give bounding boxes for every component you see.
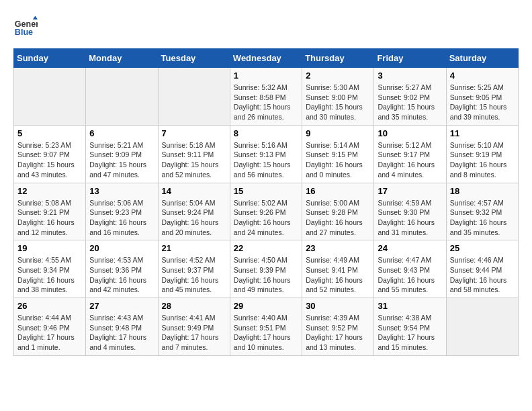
day-info: Sunrise: 4:47 AMSunset: 9:43 PMDaylight:… (378, 255, 442, 295)
calendar-cell: 31 Sunrise: 4:38 AMSunset: 9:54 PMDaylig… (374, 298, 446, 356)
calendar-body: 1 Sunrise: 5:32 AMSunset: 8:58 PMDayligh… (14, 68, 519, 356)
header-cell-wednesday: Wednesday (230, 49, 302, 68)
day-info: Sunrise: 4:59 AMSunset: 9:30 PMDaylight:… (378, 198, 442, 238)
day-info: Sunrise: 5:21 AMSunset: 9:09 PMDaylight:… (89, 140, 154, 180)
day-number: 17 (378, 186, 442, 196)
day-info: Sunrise: 5:25 AMSunset: 9:05 PMDaylight:… (450, 83, 515, 122)
calendar-cell: 27 Sunrise: 4:43 AMSunset: 9:48 PMDaylig… (86, 298, 158, 356)
day-info: Sunrise: 5:14 AMSunset: 9:15 PMDaylight:… (306, 140, 370, 180)
calendar-cell: 5 Sunrise: 5:23 AMSunset: 9:07 PMDayligh… (14, 125, 86, 183)
calendar-cell: 28 Sunrise: 4:41 AMSunset: 9:49 PMDaylig… (158, 298, 230, 356)
calendar-cell (446, 298, 518, 356)
calendar-week-1: 5 Sunrise: 5:23 AMSunset: 9:07 PMDayligh… (14, 125, 519, 183)
day-info: Sunrise: 5:32 AMSunset: 8:58 PMDaylight:… (234, 83, 298, 122)
calendar-cell: 4 Sunrise: 5:25 AMSunset: 9:05 PMDayligh… (446, 68, 518, 126)
day-info: Sunrise: 4:49 AMSunset: 9:41 PMDaylight:… (306, 255, 370, 295)
day-number: 30 (306, 301, 370, 311)
calendar-cell: 19 Sunrise: 4:55 AMSunset: 9:34 PMDaylig… (14, 240, 86, 298)
calendar-cell: 29 Sunrise: 4:40 AMSunset: 9:51 PMDaylig… (230, 298, 302, 356)
day-number: 14 (162, 186, 226, 196)
logo: General Blue (13, 13, 40, 38)
calendar-cell: 8 Sunrise: 5:16 AMSunset: 9:13 PMDayligh… (230, 125, 302, 183)
day-number: 25 (450, 243, 515, 253)
calendar-cell: 1 Sunrise: 5:32 AMSunset: 8:58 PMDayligh… (230, 68, 302, 126)
header-row: SundayMondayTuesdayWednesdayThursdayFrid… (14, 49, 519, 68)
day-info: Sunrise: 4:41 AMSunset: 9:49 PMDaylight:… (162, 313, 226, 353)
day-info: Sunrise: 4:50 AMSunset: 9:39 PMDaylight:… (234, 255, 298, 295)
calendar-cell: 21 Sunrise: 4:52 AMSunset: 9:37 PMDaylig… (158, 240, 230, 298)
day-number: 29 (234, 301, 298, 311)
day-info: Sunrise: 4:55 AMSunset: 9:34 PMDaylight:… (17, 255, 82, 295)
day-number: 23 (306, 243, 370, 253)
day-info: Sunrise: 4:53 AMSunset: 9:36 PMDaylight:… (89, 255, 154, 295)
day-info: Sunrise: 5:02 AMSunset: 9:26 PMDaylight:… (234, 198, 298, 238)
day-number: 22 (234, 243, 298, 253)
calendar-cell (86, 68, 158, 126)
calendar-header: SundayMondayTuesdayWednesdayThursdayFrid… (14, 49, 519, 68)
calendar-cell: 7 Sunrise: 5:18 AMSunset: 9:11 PMDayligh… (158, 125, 230, 183)
header-cell-tuesday: Tuesday (158, 49, 230, 68)
calendar-week-2: 12 Sunrise: 5:08 AMSunset: 9:21 PMDaylig… (14, 183, 519, 240)
day-info: Sunrise: 4:43 AMSunset: 9:48 PMDaylight:… (89, 313, 154, 353)
calendar-cell: 10 Sunrise: 5:12 AMSunset: 9:17 PMDaylig… (374, 125, 446, 183)
day-number: 31 (378, 301, 442, 311)
day-number: 9 (306, 128, 370, 138)
calendar-cell: 23 Sunrise: 4:49 AMSunset: 9:41 PMDaylig… (302, 240, 374, 298)
day-info: Sunrise: 5:08 AMSunset: 9:21 PMDaylight:… (17, 198, 82, 238)
day-info: Sunrise: 5:16 AMSunset: 9:13 PMDaylight:… (234, 140, 298, 180)
calendar-cell: 6 Sunrise: 5:21 AMSunset: 9:09 PMDayligh… (86, 125, 158, 183)
calendar-cell: 20 Sunrise: 4:53 AMSunset: 9:36 PMDaylig… (86, 240, 158, 298)
header-cell-friday: Friday (374, 49, 446, 68)
day-number: 12 (17, 186, 82, 196)
page-header: General Blue (13, 13, 519, 38)
day-info: Sunrise: 4:40 AMSunset: 9:51 PMDaylight:… (234, 313, 298, 353)
day-info: Sunrise: 5:12 AMSunset: 9:17 PMDaylight:… (378, 140, 442, 180)
day-number: 20 (89, 243, 154, 253)
day-info: Sunrise: 4:44 AMSunset: 9:46 PMDaylight:… (17, 313, 82, 353)
day-info: Sunrise: 5:18 AMSunset: 9:11 PMDaylight:… (162, 140, 226, 180)
calendar-cell: 14 Sunrise: 5:04 AMSunset: 9:24 PMDaylig… (158, 183, 230, 240)
header-cell-sunday: Sunday (14, 49, 86, 68)
svg-text:Blue: Blue (15, 28, 33, 37)
day-info: Sunrise: 5:27 AMSunset: 9:02 PMDaylight:… (378, 83, 442, 122)
calendar-cell: 17 Sunrise: 4:59 AMSunset: 9:30 PMDaylig… (374, 183, 446, 240)
calendar-cell: 9 Sunrise: 5:14 AMSunset: 9:15 PMDayligh… (302, 125, 374, 183)
calendar-cell: 11 Sunrise: 5:10 AMSunset: 9:19 PMDaylig… (446, 125, 518, 183)
day-number: 2 (306, 71, 370, 81)
calendar-week-4: 26 Sunrise: 4:44 AMSunset: 9:46 PMDaylig… (14, 298, 519, 356)
day-number: 3 (378, 71, 442, 81)
calendar-cell: 22 Sunrise: 4:50 AMSunset: 9:39 PMDaylig… (230, 240, 302, 298)
day-number: 8 (234, 128, 298, 138)
day-info: Sunrise: 4:38 AMSunset: 9:54 PMDaylight:… (378, 313, 442, 353)
logo-icon: General Blue (13, 13, 38, 38)
header-cell-thursday: Thursday (302, 49, 374, 68)
calendar-cell: 25 Sunrise: 4:46 AMSunset: 9:44 PMDaylig… (446, 240, 518, 298)
day-number: 27 (89, 301, 154, 311)
day-number: 13 (89, 186, 154, 196)
calendar-week-0: 1 Sunrise: 5:32 AMSunset: 8:58 PMDayligh… (14, 68, 519, 126)
calendar-cell: 18 Sunrise: 4:57 AMSunset: 9:32 PMDaylig… (446, 183, 518, 240)
svg-marker-2 (33, 16, 38, 19)
day-info: Sunrise: 4:52 AMSunset: 9:37 PMDaylight:… (162, 255, 226, 295)
calendar-cell: 30 Sunrise: 4:39 AMSunset: 9:52 PMDaylig… (302, 298, 374, 356)
day-info: Sunrise: 4:57 AMSunset: 9:32 PMDaylight:… (450, 198, 515, 238)
day-info: Sunrise: 5:00 AMSunset: 9:28 PMDaylight:… (306, 198, 370, 238)
day-number: 4 (450, 71, 515, 81)
day-info: Sunrise: 4:39 AMSunset: 9:52 PMDaylight:… (306, 313, 370, 353)
calendar-cell: 24 Sunrise: 4:47 AMSunset: 9:43 PMDaylig… (374, 240, 446, 298)
day-number: 5 (17, 128, 82, 138)
day-number: 19 (17, 243, 82, 253)
day-info: Sunrise: 5:10 AMSunset: 9:19 PMDaylight:… (450, 140, 515, 180)
day-info: Sunrise: 5:04 AMSunset: 9:24 PMDaylight:… (162, 198, 226, 238)
calendar-cell: 12 Sunrise: 5:08 AMSunset: 9:21 PMDaylig… (14, 183, 86, 240)
day-number: 21 (162, 243, 226, 253)
calendar-cell: 2 Sunrise: 5:30 AMSunset: 9:00 PMDayligh… (302, 68, 374, 126)
day-number: 10 (378, 128, 442, 138)
calendar-week-3: 19 Sunrise: 4:55 AMSunset: 9:34 PMDaylig… (14, 240, 519, 298)
day-number: 16 (306, 186, 370, 196)
calendar-cell (158, 68, 230, 126)
day-info: Sunrise: 4:46 AMSunset: 9:44 PMDaylight:… (450, 255, 515, 295)
day-info: Sunrise: 5:06 AMSunset: 9:23 PMDaylight:… (89, 198, 154, 238)
header-cell-saturday: Saturday (446, 49, 518, 68)
header-cell-monday: Monday (86, 49, 158, 68)
